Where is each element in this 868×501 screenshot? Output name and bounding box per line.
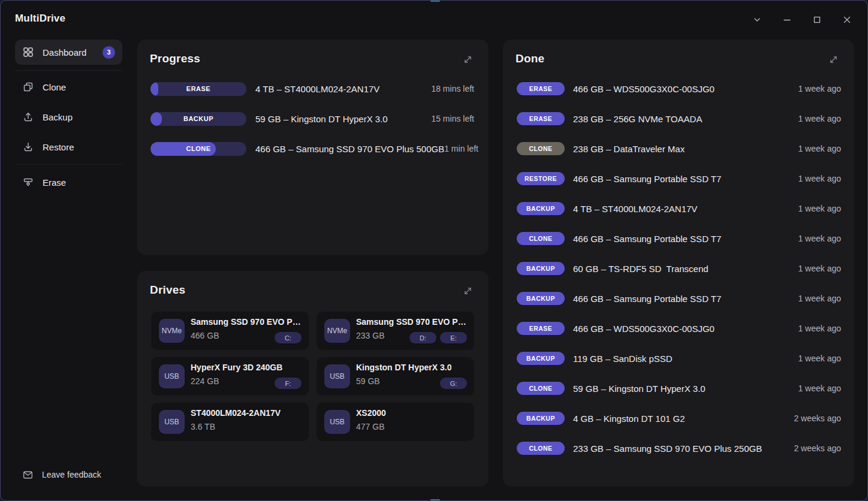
drive-name: 466 GB – Samsung Portable SSD T7 — [573, 294, 721, 304]
drive-size: 466 GB — [191, 331, 219, 340]
operation-type-pill: CLONE — [517, 382, 565, 395]
operation-type-label: CLONE — [150, 142, 246, 156]
sidebar-item-restore[interactable]: Restore — [15, 135, 122, 159]
screen-artifact — [430, 1, 440, 2]
done-row: BACKUP 119 GB – SanDisk pSSD 1 week ago — [517, 343, 841, 373]
operation-progress-bar: ERASE — [150, 82, 246, 96]
drive-card[interactable]: NVMe Samsung SSD 970 EVO Pl… 233 GB D:E: — [317, 312, 474, 350]
drive-name: 4 TB – ST4000LM024-2AN17V — [573, 204, 697, 214]
operation-type-pill: CLONE — [517, 232, 565, 245]
expand-diagonal-icon — [463, 55, 473, 65]
dashboard-count-badge: 3 — [103, 46, 115, 59]
drive-model-name: HyperX Fury 3D 240GB — [191, 363, 282, 372]
operation-type-pill: BACKUP — [517, 202, 565, 215]
time-left: 15 mins left — [431, 114, 474, 123]
completed-time: 1 week ago — [798, 324, 841, 333]
done-row: ERASE 466 GB – WDS500G3X0C-00SJG0 1 week… — [517, 74, 841, 104]
maximize-icon — [812, 15, 822, 25]
bus-type-badge: USB — [324, 364, 350, 388]
maximize-button[interactable] — [805, 8, 829, 32]
drive-card[interactable]: USB XS2000 477 GB — [317, 403, 474, 441]
drive-name: 60 GB – TS-RDF5 SD Transcend — [573, 264, 709, 274]
operation-type-pill: BACKUP — [517, 292, 565, 305]
clone-copy-icon — [22, 81, 34, 93]
drive-name: 466 GB – Samsung SSD 970 EVO Plus 500GB — [255, 144, 444, 154]
window-controls — [739, 8, 859, 32]
operation-type-pill: RESTORE — [517, 172, 565, 185]
screen-artifact — [430, 499, 440, 500]
drive-model-name: ST4000LM024-2AN17V — [191, 408, 281, 418]
minimize-icon — [782, 15, 792, 25]
bus-type-badge: NVMe — [159, 319, 185, 343]
drive-name: 4 GB – Kingston DT 101 G2 — [573, 414, 685, 424]
done-row: CLONE 233 GB – Samsung SSD 970 EVO Plus … — [517, 433, 841, 463]
progress-row: BACKUP 59 GB – Kingston DT HyperX 3.0 15… — [150, 104, 474, 134]
leave-feedback-label: Leave feedback — [42, 470, 101, 479]
dashboard-grid-icon — [22, 46, 34, 58]
operation-type-pill: CLONE — [517, 442, 565, 455]
operation-type-pill: ERASE — [517, 322, 565, 335]
close-icon — [842, 15, 852, 25]
drive-name: 466 GB – WDS500G3X0C-00SJG0 — [573, 324, 715, 334]
done-panel-title: Done — [516, 52, 544, 65]
done-expand-button[interactable] — [828, 55, 839, 65]
drive-size: 224 GB — [191, 376, 219, 386]
bus-type-badge: USB — [159, 364, 185, 388]
operation-progress-bar: CLONE — [150, 142, 246, 156]
collapse-window-button[interactable] — [745, 8, 769, 32]
sidebar-item-dashboard[interactable]: Dashboard 3 — [15, 40, 122, 65]
done-row: BACKUP 466 GB – Samsung Portable SSD T7 … — [517, 283, 841, 313]
operation-type-pill: BACKUP — [517, 412, 565, 425]
drive-size: 477 GB — [356, 422, 384, 431]
drive-size: 233 GB — [356, 331, 384, 340]
progress-row: CLONE 466 GB – Samsung SSD 970 EVO Plus … — [150, 134, 474, 164]
mail-envelope-icon — [22, 469, 34, 481]
completed-time: 2 weeks ago — [794, 443, 841, 453]
leave-feedback-button[interactable]: Leave feedback — [15, 463, 122, 487]
app-title: MultiDrive — [15, 13, 65, 25]
drive-card[interactable]: USB ST4000LM024-2AN17V 3.6 TB — [151, 403, 309, 441]
drive-card[interactable]: USB HyperX Fury 3D 240GB 224 GB F: — [151, 357, 309, 396]
completed-time: 1 week ago — [798, 114, 841, 123]
close-window-button[interactable] — [835, 8, 859, 32]
drive-size: 3.6 TB — [191, 422, 215, 431]
operation-type-pill: ERASE — [517, 82, 565, 95]
expand-diagonal-icon — [828, 55, 839, 65]
drive-name: 119 GB – SanDisk pSSD — [573, 354, 673, 364]
completed-time: 1 week ago — [798, 204, 841, 213]
operation-type-pill: ERASE — [517, 112, 565, 125]
bus-type-badge: USB — [159, 410, 185, 434]
sidebar-item-backup[interactable]: Backup — [15, 105, 122, 129]
completed-time: 1 week ago — [798, 294, 841, 303]
operation-progress-bar: BACKUP — [150, 112, 246, 126]
done-row: BACKUP 60 GB – TS-RDF5 SD Transcend 1 we… — [517, 253, 841, 283]
progress-expand-button[interactable] — [462, 55, 473, 65]
drive-card[interactable]: USB Kingston DT HyperX 3.0 59 GB G: — [317, 357, 474, 396]
operation-type-pill: CLONE — [517, 142, 565, 155]
drive-model-name: Samsung SSD 970 EVO Pl… — [356, 317, 468, 327]
time-left: 1 min left — [444, 144, 478, 153]
done-row: CLONE 59 GB – Kingston DT HyperX 3.0 1 w… — [517, 373, 841, 403]
drive-card[interactable]: NVMe Samsung SSD 970 EVO Pl… 466 GB C: — [151, 312, 309, 350]
drive-letter-pill: C: — [275, 332, 302, 343]
drive-name: 466 GB – Samsung Portable SSD T7 — [573, 234, 721, 244]
drive-letters: F: — [275, 378, 302, 389]
drive-letter-pill: G: — [440, 378, 467, 389]
drive-letter-pill: E: — [440, 332, 467, 343]
minimize-button[interactable] — [775, 8, 799, 32]
sidebar-item-label: Backup — [43, 112, 73, 122]
sidebar-item-clone[interactable]: Clone — [15, 75, 122, 99]
completed-time: 1 week ago — [798, 84, 841, 93]
done-panel: Done ERASE 466 GB – WDS500G3X0C-00SJG0 1… — [503, 40, 854, 487]
drive-size: 59 GB — [356, 376, 380, 386]
done-row: RESTORE 466 GB – Samsung Portable SSD T7… — [517, 164, 841, 194]
erase-wiper-icon — [22, 176, 34, 188]
sidebar-item-erase[interactable]: Erase — [15, 170, 122, 194]
drive-name: 59 GB – Kingston DT HyperX 3.0 — [573, 384, 706, 394]
drives-expand-button[interactable] — [462, 286, 473, 297]
operation-type-label: ERASE — [150, 82, 246, 96]
drive-name: 233 GB – Samsung SSD 970 EVO Plus 250GB — [573, 443, 762, 454]
progress-row: ERASE 4 TB – ST4000LM024-2AN17V 18 mins … — [150, 74, 474, 104]
drive-letter-pill: F: — [275, 378, 302, 389]
drive-letter-pill: D: — [409, 332, 436, 343]
